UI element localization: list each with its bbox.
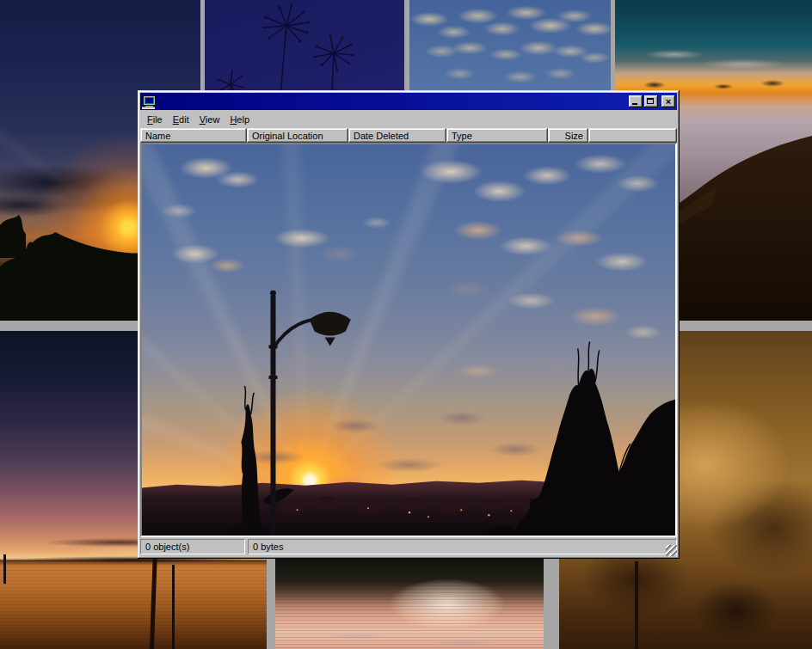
menu-help[interactable]: Help bbox=[225, 113, 255, 126]
column-header-empty[interactable] bbox=[588, 128, 677, 143]
column-header-type[interactable]: Type bbox=[446, 128, 548, 143]
lamp-post bbox=[635, 561, 638, 649]
menu-edit[interactable]: Edit bbox=[168, 113, 194, 126]
resize-grip-icon[interactable] bbox=[666, 545, 677, 556]
water-ripples-overlay bbox=[0, 560, 267, 649]
menu-file[interactable]: File bbox=[142, 113, 168, 126]
close-button[interactable]: × bbox=[661, 95, 675, 107]
menu-view[interactable]: View bbox=[194, 113, 225, 126]
column-header-original-location[interactable]: Original Location bbox=[247, 128, 348, 143]
column-header-date-deleted[interactable]: Date Deleted bbox=[348, 128, 446, 143]
titlebar[interactable]: × bbox=[140, 93, 677, 110]
minimize-icon bbox=[632, 103, 637, 105]
computer-icon[interactable] bbox=[142, 95, 156, 108]
water-ripples-overlay bbox=[275, 585, 544, 649]
silhouette-scene-graphic bbox=[142, 144, 675, 536]
column-header-name[interactable]: Name bbox=[140, 128, 247, 143]
minimize-button[interactable] bbox=[629, 95, 643, 107]
status-bar: 0 object(s) 0 bytes bbox=[140, 537, 677, 556]
menu-bar: File Edit View Help bbox=[140, 111, 677, 128]
desktop: { "window": { "menu": { "items": [ {"lab… bbox=[0, 0, 812, 649]
water-pole bbox=[172, 565, 175, 649]
status-total-size: 0 bytes bbox=[248, 539, 677, 554]
status-object-count: 0 object(s) bbox=[140, 539, 245, 554]
maximize-icon bbox=[647, 98, 654, 104]
recycle-bin-window: × File Edit View Help Name Original Loca… bbox=[138, 90, 680, 559]
close-icon: × bbox=[666, 97, 671, 106]
column-headers: Name Original Location Date Deleted Type… bbox=[140, 128, 677, 143]
water-pole bbox=[3, 554, 6, 584]
wallpaper-photo-streetlamp-sunset bbox=[142, 144, 675, 536]
maximize-button[interactable] bbox=[644, 95, 658, 107]
file-list-area[interactable] bbox=[140, 143, 677, 537]
column-header-size[interactable]: Size bbox=[548, 128, 588, 143]
